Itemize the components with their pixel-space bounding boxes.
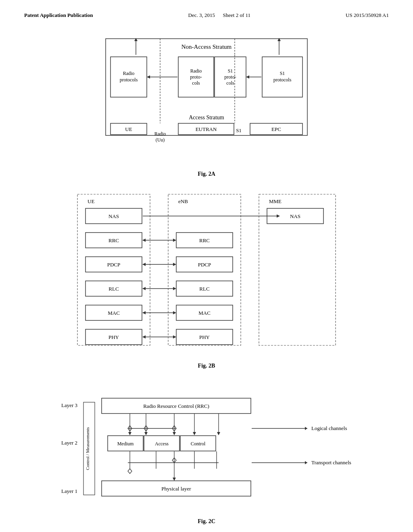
svg-text:cols: cols [226,80,234,86]
svg-text:NAS: NAS [108,213,119,219]
svg-marker-129 [173,478,176,481]
svg-text:proto-: proto- [190,74,202,80]
svg-marker-57 [173,239,176,242]
svg-marker-96 [144,432,148,435]
svg-text:Radio Resource Control (RRC): Radio Resource Control (RRC) [143,403,209,409]
svg-marker-124 [305,461,307,464]
svg-text:PDCP: PDCP [107,262,121,268]
svg-text:Radio: Radio [123,71,135,76]
svg-text:protocols: protocols [273,77,292,83]
svg-marker-23 [147,75,150,79]
svg-marker-100 [193,432,196,435]
svg-text:Layer 2: Layer 2 [61,440,77,446]
svg-text:Access Stratum: Access Stratum [189,114,224,121]
svg-text:eNB: eNB [178,198,188,204]
date-label: Dec. 3, 2015 [188,12,215,18]
svg-text:RLC: RLC [108,286,119,292]
figure-2a-container: Non-Access Stratum Radio protocols Radio… [24,31,389,179]
svg-marker-84 [142,335,146,339]
svg-text:MAC: MAC [108,310,120,316]
svg-text:Logical channels: Logical channels [311,425,347,431]
svg-text:Radio: Radio [154,131,166,137]
svg-text:Non-Access Stratum: Non-Access Stratum [181,44,232,50]
svg-marker-70 [142,287,146,290]
svg-text:(Uu): (Uu) [156,137,165,143]
svg-text:RRC: RRC [108,237,119,243]
svg-marker-64 [173,263,176,266]
patent-number: US 2015/350928 A1 [346,12,389,19]
svg-marker-63 [142,263,146,266]
svg-text:PDCP: PDCP [198,262,211,268]
fig2a-diagram: Non-Access Stratum Radio protocols Radio… [65,31,348,168]
svg-text:Radio: Radio [190,68,202,74]
svg-text:UE: UE [88,198,94,204]
svg-marker-48 [277,214,280,218]
svg-marker-26 [246,75,249,79]
svg-text:S1: S1 [228,68,233,74]
svg-text:Medium: Medium [117,441,134,447]
svg-text:proto-: proto- [224,74,236,80]
svg-text:EPC: EPC [271,126,281,132]
svg-marker-78 [173,311,176,314]
svg-text:Access: Access [155,441,169,447]
page: Patent Application Publication Dec. 3, 2… [0,0,413,532]
sheet-label: Sheet 2 of 11 [223,12,250,18]
fig2c-label: Fig. 2C [198,518,215,525]
svg-marker-94 [128,432,131,435]
svg-marker-7 [277,38,281,41]
svg-text:UE: UE [125,126,132,132]
page-header: Patent Application Publication Dec. 3, 2… [24,12,389,19]
fig2b-label: Fig. 2B [198,363,215,369]
fig2b-diagram: UE eNB MME NAS NAS RRC RRC [65,190,348,360]
svg-text:PHY: PHY [199,334,210,340]
publication-label: Patent Application Publication [24,12,93,19]
svg-rect-41 [168,194,241,345]
svg-text:Layer 3: Layer 3 [61,402,77,408]
svg-text:EUTRAN: EUTRAN [196,126,217,132]
fig2c-diagram: Layer 3 Layer 2 Layer 1 Control / Measur… [49,382,364,515]
svg-marker-5 [134,38,138,41]
svg-text:MME: MME [269,198,282,204]
svg-text:Physical layer: Physical layer [161,486,191,492]
svg-text:RLC: RLC [199,286,209,292]
header-center: Dec. 3, 2015 Sheet 2 of 11 [188,12,250,19]
svg-marker-130 [128,469,132,474]
svg-marker-85 [173,335,176,339]
svg-text:S1: S1 [236,127,242,133]
svg-text:Control / Measurements: Control / Measurements [85,427,90,470]
svg-marker-77 [142,311,146,314]
fig2a-label: Fig. 2A [198,171,215,177]
svg-marker-102 [217,432,220,435]
svg-text:RRC: RRC [199,237,210,243]
svg-marker-109 [305,427,307,430]
svg-text:Layer 1: Layer 1 [61,488,77,494]
figure-2b-container: UE eNB MME NAS NAS RRC RRC [24,190,389,371]
svg-marker-98 [173,432,176,435]
svg-text:NAS: NAS [290,213,300,219]
svg-text:S1: S1 [280,71,285,76]
svg-marker-71 [173,287,176,290]
svg-marker-56 [142,239,146,242]
svg-text:cols: cols [192,80,200,86]
svg-text:PHY: PHY [108,334,119,340]
svg-text:Transport channels: Transport channels [311,459,351,466]
svg-text:Control: Control [191,441,206,447]
svg-text:MAC: MAC [198,310,211,316]
figure-2c-container: Layer 3 Layer 2 Layer 1 Control / Measur… [24,382,389,526]
svg-text:protocols: protocols [120,77,138,83]
